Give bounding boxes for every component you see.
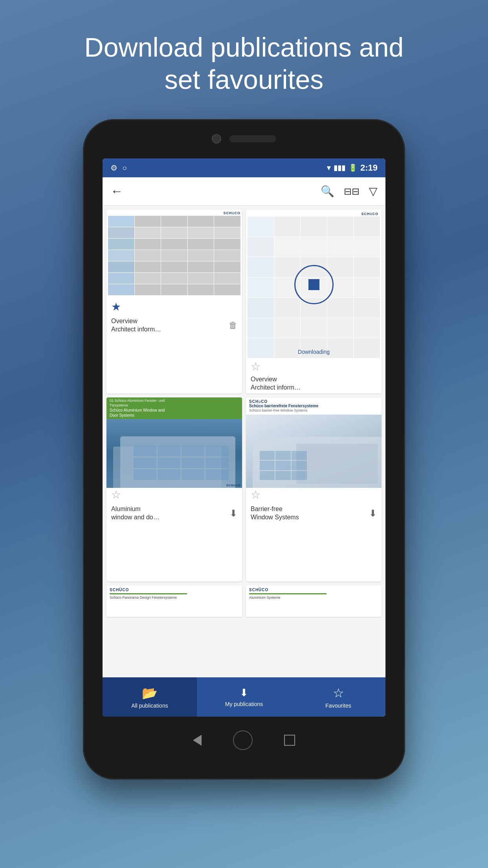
phone-bottom-bar (83, 717, 405, 764)
card-4-favourite-icon[interactable]: ☆ (251, 489, 261, 501)
card-1-favourite-icon[interactable]: ★ (111, 301, 121, 313)
card-1-star-row: ★ (106, 300, 242, 314)
card-3-favourite-icon[interactable]: ☆ (111, 489, 121, 501)
publication-card-3[interactable]: 01 Schüco Aluminium Fenster- und Türsyst… (106, 397, 242, 581)
wifi-icon: ▾ (327, 164, 330, 172)
nav-all-publications[interactable]: 📂 All publications (103, 677, 197, 717)
my-publications-icon: ⬇ (240, 687, 248, 699)
card-4-star-row: ☆ (246, 488, 382, 502)
publications-grid: SCHÜCO (103, 206, 385, 677)
phone-top-bar (83, 119, 405, 158)
card-3-download-icon[interactable]: ⬇ (229, 508, 237, 519)
downloading-label: Downloading (246, 349, 382, 355)
card-4-footer: Barrier-free Window Systems ⬇ (246, 502, 382, 525)
page-title: Download publications and set favourites (67, 31, 421, 96)
card-2-title: Overview Architect inform… (251, 375, 301, 392)
publication-card-1[interactable]: SCHÜCO (106, 210, 242, 394)
card-4-title: Barrier-free Window Systems (251, 505, 299, 522)
partial-2-green-line (249, 593, 327, 594)
favourites-icon: ☆ (333, 686, 344, 701)
partial-card-2: SCHÜCO Aluminium Systeme (246, 585, 382, 617)
toolbar: ← 🔍 ⊟⊟ ▽ (103, 177, 385, 206)
card-4-download-icon[interactable]: ⬇ (369, 508, 377, 519)
all-publications-label: All publications (131, 702, 168, 709)
battery-icon: 🔋 (349, 164, 357, 172)
recents-button[interactable] (284, 735, 295, 746)
card-3-footer: Aluminium window and do… ⬇ (106, 502, 242, 525)
bottom-navigation: 📂 All publications ⬇ My publications ☆ F… (103, 677, 385, 717)
back-button[interactable]: ← (110, 184, 123, 199)
front-camera (212, 134, 221, 143)
status-left: ⚙ ○ (110, 163, 127, 173)
card-2-image: SCHÜCO Downloading (246, 210, 382, 360)
signal-icon: ▮▮▮ (334, 164, 345, 172)
card-1-title: Overview Architect inform… (111, 317, 161, 334)
card-3-image: 01 Schüco Aluminium Fenster- und Türsyst… (106, 397, 242, 488)
partial-2-logo: SCHÜCO (249, 588, 378, 592)
layout-button[interactable]: ⊟⊟ (344, 186, 360, 197)
card-1-delete-icon[interactable]: 🗑 (229, 320, 237, 331)
all-publications-icon: 📂 (142, 686, 158, 701)
time-display: 2:19 (360, 163, 378, 173)
phone-speaker (229, 135, 276, 142)
circle-icon: ○ (122, 164, 127, 173)
partial-1-logo: SCHÜCO (110, 588, 239, 592)
partial-card-1: SCHÜCO Schüco Panorama Design Fenstersys… (106, 585, 242, 617)
card-3-title: Aluminium window and do… (111, 505, 160, 522)
partial-2-title: Aluminium Systeme (249, 596, 378, 600)
partial-1-title: Schüco Panorama Design Fenstersysteme (110, 596, 239, 600)
publication-card-4[interactable]: SCHÜCO Schüco barrierefreie Fenstersyste… (246, 397, 382, 581)
card-3-star-row: ☆ (106, 488, 242, 502)
screen: ⚙ ○ ▾ ▮▮▮ 🔋 2:19 ← 🔍 ⊟⊟ ▽ (103, 158, 385, 717)
nav-my-publications[interactable]: ⬇ My publications (197, 677, 291, 717)
back-nav-button[interactable] (193, 735, 202, 746)
card-2-footer: Overview Architect inform… (246, 374, 382, 394)
toolbar-left: ← (110, 184, 123, 199)
favourites-label: Favourites (325, 702, 351, 709)
my-publications-label: My publications (225, 701, 263, 707)
settings-icon: ⚙ (110, 163, 117, 173)
phone-frame: ⚙ ○ ▾ ▮▮▮ 🔋 2:19 ← 🔍 ⊟⊟ ▽ (83, 119, 405, 780)
card-2-favourite-icon[interactable]: ☆ (251, 360, 261, 373)
publication-card-2[interactable]: SCHÜCO Downloading (246, 210, 382, 394)
card-2-star-row: ☆ (246, 360, 382, 374)
download-circle (294, 265, 334, 304)
download-square (308, 279, 319, 290)
home-button[interactable] (233, 730, 253, 750)
filter-button[interactable]: ▽ (369, 185, 378, 198)
toolbar-right: 🔍 ⊟⊟ ▽ (321, 185, 378, 198)
search-button[interactable]: 🔍 (321, 185, 334, 198)
partial-1-green-line (110, 593, 187, 594)
status-right: ▾ ▮▮▮ 🔋 2:19 (327, 163, 378, 173)
card-4-image: SCHÜCO Schüco barrierefreie Fenstersyste… (246, 397, 382, 488)
card-1-footer: Overview Architect inform… 🗑 (106, 314, 242, 337)
status-bar: ⚙ ○ ▾ ▮▮▮ 🔋 2:19 (103, 158, 385, 177)
card-1-image: SCHÜCO (106, 210, 242, 300)
nav-favourites[interactable]: ☆ Favourites (291, 677, 385, 717)
